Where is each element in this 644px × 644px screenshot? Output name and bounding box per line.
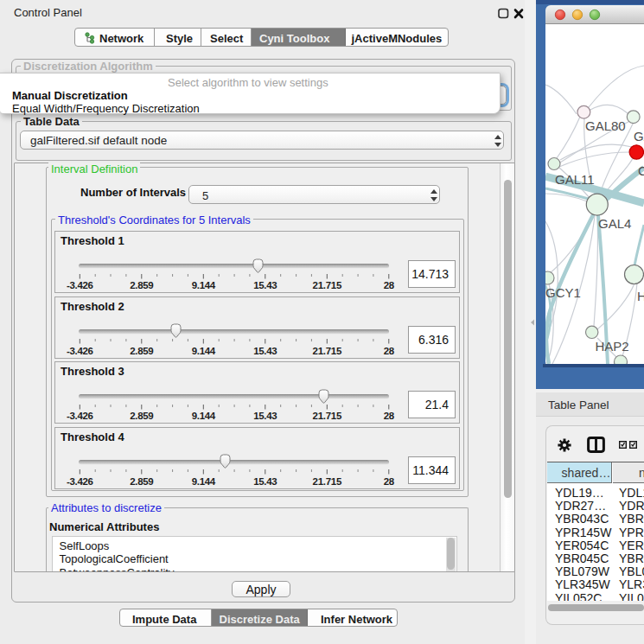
svg-text:GAL11: GAL11	[555, 172, 595, 187]
svg-text:GA: GA	[634, 129, 644, 143]
svg-text:HAP2: HAP2	[596, 339, 629, 354]
svg-text:GCY1: GCY1	[545, 285, 581, 300]
svg-text:C: C	[638, 163, 644, 178]
svg-text:GAL80: GAL80	[585, 118, 626, 133]
svg-text:H: H	[637, 289, 644, 303]
svg-text:GAL4: GAL4	[598, 216, 631, 231]
